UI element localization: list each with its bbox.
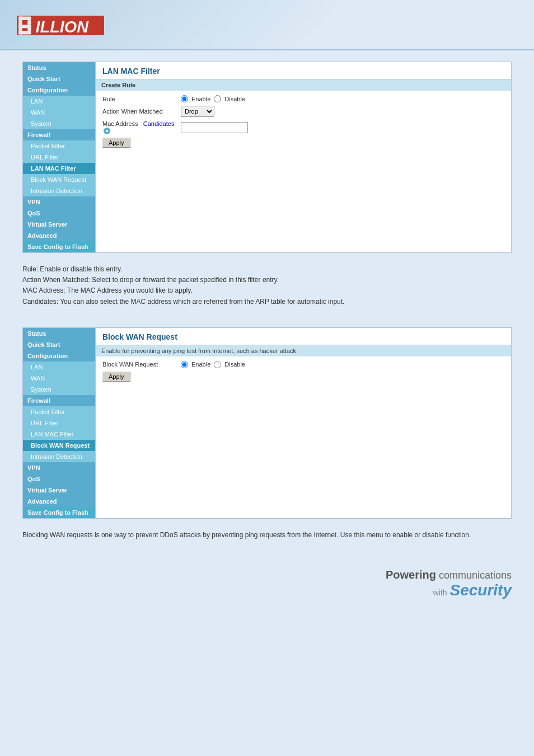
sidebar-item-firewall-2[interactable]: Firewall bbox=[23, 395, 95, 406]
block-wan-desc-line1: Blocking WAN requests is one way to prev… bbox=[22, 530, 512, 541]
header: ILLION bbox=[0, 0, 534, 50]
block-wan-disable-radio[interactable] bbox=[214, 361, 221, 368]
candidates-link[interactable]: Candidates bbox=[143, 120, 175, 127]
sidebar-1: Status Quick Start Configuration LAN WAN… bbox=[22, 62, 95, 253]
lan-mac-description: Rule: Enable or disable this entry. Acti… bbox=[22, 259, 512, 316]
action-select-group: Drop Accept bbox=[181, 106, 214, 117]
sidebar-item-urlfilter-2[interactable]: URL Filter bbox=[23, 417, 95, 429]
sidebar-item-intrusion-1[interactable]: Intrusion Detection bbox=[23, 185, 95, 196]
sidebar-item-status-1[interactable]: Status bbox=[23, 62, 95, 73]
sidebar-item-vpn-1[interactable]: VPN bbox=[23, 196, 95, 208]
sidebar-item-packetfilter-2[interactable]: Packet Filter bbox=[23, 406, 95, 417]
sidebar-item-lanmacfilter-1[interactable]: LAN MAC Filter bbox=[23, 163, 95, 174]
lan-mac-create-rule-header: Create Rule bbox=[96, 79, 511, 91]
lan-mac-filter-title: LAN MAC Filter bbox=[96, 62, 511, 79]
sidebar-item-blockwan-2[interactable]: Block WAN Request bbox=[23, 440, 95, 451]
block-wan-row: Block WAN Request Enable Disable bbox=[102, 361, 504, 368]
block-wan-apply-row: Apply bbox=[102, 372, 504, 382]
lan-mac-desc-line2: Action When Matched: Select to drop or f… bbox=[22, 275, 512, 285]
mac-address-input[interactable] bbox=[181, 122, 248, 133]
svg-rect-6 bbox=[27, 26, 31, 31]
lan-mac-desc-line3: MAC Address: The MAC Address you would l… bbox=[22, 285, 512, 296]
sidebar-item-virtualserver-1[interactable]: Virtual Server bbox=[23, 219, 95, 230]
block-wan-enable-radio[interactable] bbox=[181, 361, 188, 368]
block-wan-form-body: Block WAN Request Enable Disable Apply bbox=[96, 356, 511, 389]
block-wan-panel: Status Quick Start Configuration LAN WAN… bbox=[22, 327, 512, 519]
sidebar-item-qos-2[interactable]: QoS bbox=[23, 473, 95, 485]
rule-disable-label: Disable bbox=[224, 96, 245, 102]
lan-mac-apply-button[interactable]: Apply bbox=[102, 138, 130, 148]
sidebar-item-urlfilter-1[interactable]: URL Filter bbox=[23, 152, 95, 163]
billion-logo: ILLION bbox=[17, 10, 106, 41]
sidebar-item-lan-2[interactable]: LAN bbox=[23, 361, 95, 373]
sidebar-item-saveconfig-2[interactable]: Save Config to Flash bbox=[23, 507, 95, 518]
lan-mac-desc-line4: Candidates: You can also select the MAC … bbox=[22, 297, 512, 307]
rule-enable-label: Enable bbox=[191, 96, 210, 102]
main-content: Status Quick Start Configuration LAN WAN… bbox=[0, 50, 534, 557]
lan-mac-filter-content: LAN MAC Filter Create Rule Rule Enable D… bbox=[95, 62, 512, 253]
block-wan-section-header: Enable for preventing any ping test from… bbox=[96, 345, 511, 356]
sidebar-item-lan-1[interactable]: LAN bbox=[23, 96, 95, 107]
block-wan-enable-label: Enable bbox=[191, 361, 210, 368]
block-wan-disable-label: Disable bbox=[224, 361, 245, 368]
candidates-info-icon[interactable]: ● bbox=[104, 128, 110, 134]
lan-mac-filter-panel: Status Quick Start Configuration LAN WAN… bbox=[22, 62, 512, 253]
sidebar-item-intrusion-2[interactable]: Intrusion Detection bbox=[23, 451, 95, 462]
sidebar-item-vpn-2[interactable]: VPN bbox=[23, 462, 95, 473]
block-wan-title: Block WAN Request bbox=[96, 328, 511, 345]
sidebar-item-configuration-2[interactable]: Configuration bbox=[23, 350, 95, 361]
lan-mac-apply-row: Apply bbox=[102, 138, 504, 148]
sidebar-item-wan-1[interactable]: WAN bbox=[23, 107, 95, 118]
rule-row: Rule Enable Disable bbox=[102, 95, 504, 102]
svg-rect-5 bbox=[27, 20, 31, 25]
block-wan-content: Block WAN Request Enable for preventing … bbox=[95, 327, 512, 519]
footer-text: Powering communications with Security bbox=[0, 569, 512, 599]
sidebar-item-configuration-1[interactable]: Configuration bbox=[23, 84, 95, 96]
block-wan-apply-button[interactable]: Apply bbox=[102, 372, 130, 382]
svg-text:ILLION: ILLION bbox=[36, 18, 90, 36]
block-wan-description: Blocking WAN requests is one way to prev… bbox=[22, 524, 512, 546]
sidebar-item-packetfilter-1[interactable]: Packet Filter bbox=[23, 140, 95, 152]
sidebar-item-saveconfig-1[interactable]: Save Config to Flash bbox=[23, 241, 95, 252]
rule-enable-radio[interactable] bbox=[181, 95, 188, 102]
sidebar-item-lanmacfilter-2[interactable]: LAN MAC Filter bbox=[23, 429, 95, 440]
sidebar-item-quickstart-2[interactable]: Quick Start bbox=[23, 339, 95, 350]
sidebar-item-qos-1[interactable]: QoS bbox=[23, 208, 95, 219]
mac-address-input-group bbox=[181, 122, 248, 133]
svg-rect-2 bbox=[18, 17, 31, 20]
sidebar-item-advanced-1[interactable]: Advanced bbox=[23, 230, 95, 241]
sidebar-item-wan-2[interactable]: WAN bbox=[23, 373, 95, 384]
lan-mac-desc-line1: Rule: Enable or disable this entry. bbox=[22, 264, 512, 275]
sidebar-item-virtualserver-2[interactable]: Virtual Server bbox=[23, 485, 95, 496]
footer-powering: Powering bbox=[386, 569, 436, 581]
sidebar-item-status-2[interactable]: Status bbox=[23, 328, 95, 339]
block-wan-radio-group: Enable Disable bbox=[181, 361, 245, 368]
footer: Powering communications with Security bbox=[0, 557, 534, 611]
action-label: Action When Matched bbox=[102, 108, 181, 115]
mac-address-row: Mac Address Candidates ● bbox=[102, 120, 504, 134]
rule-disable-radio[interactable] bbox=[214, 95, 221, 102]
footer-communications: communications bbox=[439, 570, 512, 581]
action-select[interactable]: Drop Accept bbox=[181, 106, 214, 117]
rule-radio-group: Enable Disable bbox=[181, 95, 245, 102]
svg-rect-4 bbox=[18, 31, 31, 34]
lan-mac-form-body: Rule Enable Disable Action When Matched … bbox=[96, 91, 511, 156]
sidebar-item-quickstart-1[interactable]: Quick Start bbox=[23, 73, 95, 84]
sidebar-item-firewall-1[interactable]: Firewall bbox=[23, 129, 95, 140]
sidebar-item-advanced-2[interactable]: Advanced bbox=[23, 496, 95, 507]
sidebar-item-blockwan-1[interactable]: Block WAN Request bbox=[23, 174, 95, 185]
block-wan-label: Block WAN Request bbox=[102, 361, 181, 368]
footer-security: Security bbox=[450, 581, 512, 599]
action-row: Action When Matched Drop Accept bbox=[102, 106, 504, 117]
sidebar-item-system-2[interactable]: System bbox=[23, 384, 95, 395]
sidebar-2: Status Quick Start Configuration LAN WAN… bbox=[22, 327, 95, 519]
sidebar-item-system-1[interactable]: System bbox=[23, 118, 95, 129]
footer-with: with bbox=[433, 588, 447, 597]
rule-label: Rule bbox=[102, 96, 181, 102]
mac-address-label: Mac Address Candidates ● bbox=[102, 120, 181, 134]
